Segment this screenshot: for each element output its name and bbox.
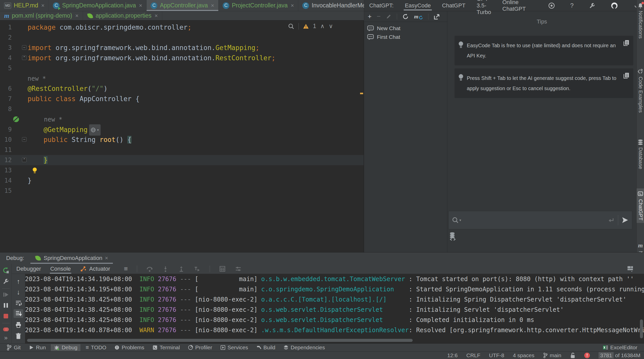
encoding[interactable]: UTF-8 [489, 352, 504, 358]
scroll-to-end-icon[interactable] [14, 309, 23, 318]
caret-position[interactable]: 12:6 [447, 352, 458, 358]
soft-wrap-icon[interactable] [12, 300, 25, 306]
inlay-hint[interactable]: new * [44, 116, 62, 123]
indent-setting[interactable]: 4 spaces [513, 352, 534, 358]
close-icon[interactable]: × [41, 2, 44, 9]
wrench-icon[interactable] [589, 2, 595, 9]
line-ending[interactable]: CRLF [466, 352, 480, 358]
tab-pom-xml[interactable]: m pom.xml (spring-demo) × [0, 11, 83, 20]
copy-icon[interactable] [623, 39, 630, 46]
step-over-icon[interactable] [146, 266, 153, 272]
tab-gpt35turbo[interactable]: GPT-3.5-Turbo [477, 0, 491, 11]
console-vertical-scrollbar[interactable] [640, 319, 643, 338]
close-icon[interactable]: × [105, 255, 108, 261]
debug-tool-window: Debug: SpringDemoApplication × [0, 252, 644, 343]
console-menu-icon[interactable]: ≡ [124, 265, 128, 273]
layout-settings-icon[interactable] [627, 265, 634, 272]
step-into-icon[interactable] [162, 266, 169, 272]
git-branch[interactable]: main [543, 352, 562, 358]
stop-button[interactable] [0, 313, 12, 319]
toolwindow-terminal[interactable]: Terminal [149, 344, 183, 351]
tab-springdemoapplication-java[interactable]: C SpringDemoApplication.java × [49, 0, 147, 11]
clear-console-trash-icon[interactable] [12, 333, 25, 339]
pause-button[interactable] [0, 302, 12, 309]
step-out-icon[interactable] [178, 266, 185, 272]
close-icon[interactable]: × [154, 13, 158, 19]
tab-chatgpt[interactable]: ChatGPT [442, 0, 466, 11]
refresh-icon[interactable] [402, 13, 409, 20]
copy-icon[interactable] [623, 72, 630, 79]
tab-actuator[interactable]: Actuator [80, 264, 110, 274]
next-warning-icon[interactable]: ∨ [329, 23, 333, 30]
code-editor[interactable]: 1 package com.obiscr.springdemo.controll… [0, 21, 364, 252]
stripe-database[interactable]: Database [637, 139, 644, 169]
github-icon[interactable] [611, 2, 618, 9]
context-database-icon[interactable] [449, 232, 457, 241]
maven-sync-icon[interactable]: m [414, 13, 423, 20]
chat-item-new-chat[interactable]: New Chat [364, 24, 447, 33]
request-mapping-widget[interactable]: ▾ [89, 124, 101, 136]
add-chat-button[interactable]: + [368, 13, 372, 20]
chat-input-box[interactable]: ▾ [448, 211, 632, 229]
stripe-code-examples[interactable]: Code Examples [637, 68, 644, 113]
run-to-cursor-icon[interactable] [194, 266, 200, 272]
edit-chat-button[interactable] [386, 14, 392, 20]
toolwindow-build[interactable]: Build [253, 344, 279, 351]
eye-icon[interactable] [548, 2, 555, 9]
open-in-window-icon[interactable] [434, 13, 440, 20]
toolwindow-todo[interactable]: ≡ TODO [82, 344, 109, 351]
debug-run-tab[interactable]: SpringDemoApplication × [30, 253, 113, 264]
tab-application-properties[interactable]: application.properties × [83, 11, 162, 20]
console-horizontal-scrollbar[interactable] [27, 339, 413, 342]
toolwindow-debug[interactable]: Debug [51, 344, 80, 351]
next-occurrence-icon[interactable]: ↓ [12, 288, 25, 296]
tab-easycode[interactable]: EasyCode [405, 0, 431, 11]
stripe-notifications[interactable]: Notifications [637, 3, 644, 39]
tab-projectcontroller-java[interactable]: C ProjectController.java × [219, 0, 298, 11]
stripe-chatgpt[interactable]: ChatGPT [637, 188, 644, 223]
error-stripe-warning-mark[interactable] [360, 93, 363, 94]
close-icon[interactable]: × [75, 13, 79, 19]
send-button[interactable] [621, 216, 629, 224]
close-icon[interactable]: × [291, 2, 294, 9]
prev-warning-icon[interactable]: ∧ [320, 23, 325, 30]
lock-icon[interactable] [570, 352, 576, 358]
resume-button[interactable] [0, 291, 12, 298]
tab-debugger[interactable]: Debugger [16, 264, 41, 274]
toolwindow-git[interactable]: Git [4, 344, 24, 351]
help-icon[interactable]: ? [570, 2, 574, 9]
evaluate-expression-icon[interactable] [219, 266, 226, 272]
memory-indicator[interactable]: 3781 of 16384M [599, 352, 640, 358]
fold-end-icon[interactable]: ⌃ [22, 55, 27, 60]
mute-breakpoints-icon[interactable] [0, 326, 12, 333]
excel-editor-item[interactable]: ExcelEditor [600, 344, 640, 351]
fold-collapse-icon[interactable]: − [22, 45, 27, 50]
print-icon[interactable] [12, 321, 25, 328]
inlay-hint[interactable]: new * [28, 75, 46, 82]
toolwindow-services[interactable]: Services [217, 344, 251, 351]
remove-chat-button[interactable]: − [377, 13, 380, 20]
rerun-button[interactable] [0, 267, 12, 274]
search-icon: ▾ [452, 217, 461, 224]
console-output[interactable]: 2023-08-04T19:14:34.190+08:00 INFO 27676… [25, 274, 644, 343]
tab-help-md[interactable]: MD HELP.md × [0, 0, 49, 11]
tab-appcontroller-java[interactable]: C AppController.java × [147, 0, 219, 11]
toolwindow-problems[interactable]: Problems [111, 344, 147, 351]
error-notification-icon[interactable]: ! [584, 353, 590, 358]
profiler-icon [188, 345, 193, 350]
tab-online-chatgpt[interactable]: Online ChatGPT [502, 0, 526, 11]
chat-item-first-chat[interactable]: First Chat [364, 33, 447, 41]
toolwindow-dependencies[interactable]: Dependencies [280, 344, 328, 351]
tab-console[interactable]: Console [50, 264, 71, 274]
fold-collapse-icon[interactable]: − [22, 137, 27, 142]
close-icon[interactable]: × [211, 2, 214, 9]
toolwindow-profiler[interactable]: Profiler [185, 344, 215, 351]
console-settings-icon[interactable] [235, 266, 242, 272]
prev-occurrence-icon[interactable]: ↑ [12, 278, 25, 285]
toolwindow-run[interactable]: Run [26, 344, 49, 351]
inspection-widget[interactable]: 1 ∧ ∨ [288, 23, 333, 30]
more-actions-icon[interactable]: » [0, 334, 12, 341]
edit-run-config-wrench-icon[interactable] [0, 278, 12, 285]
fold-end-icon[interactable]: ⌃ [22, 158, 27, 162]
close-icon[interactable]: × [139, 2, 142, 9]
